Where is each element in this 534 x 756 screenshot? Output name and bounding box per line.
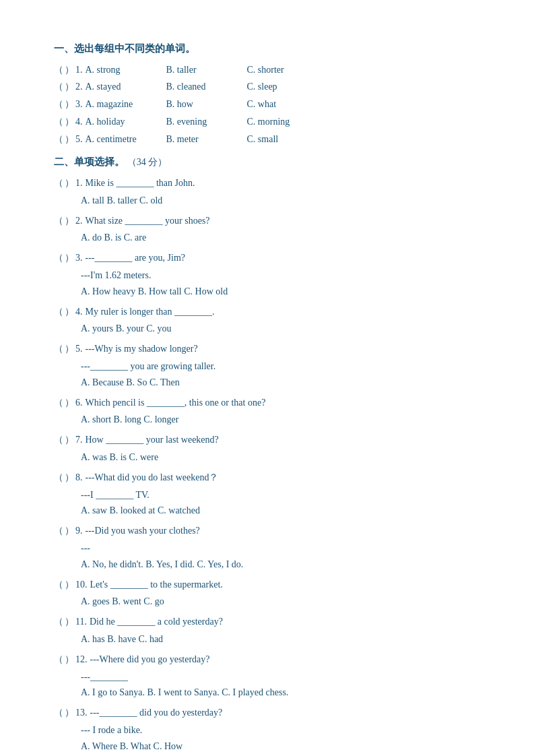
section1-q1: （ ） 1. A. strong B. taller C. shorter — [54, 62, 480, 78]
section2-q13: （ ） 13. ---________ did you do yesterday… — [54, 705, 480, 754]
section2-q5: （ ） 5. ---Why is my shadow longer? ---__… — [54, 341, 480, 390]
section2: 二、单项选择。 （34 分） （ ） 1. Mike is ________ t… — [54, 154, 480, 756]
section2-q10: （ ） 10. Let's ________ to the supermarke… — [54, 577, 480, 610]
section1: 一、选出每组中不同类的单词。 （ ） 1. A. strong B. talle… — [54, 40, 480, 147]
section2-q3: （ ） 3. ---________ are you, Jim? ---I'm … — [54, 250, 480, 299]
section2-q2: （ ） 2. What size ________ your shoes? A.… — [54, 213, 480, 247]
section1-q4: （ ） 4. A. holiday B. evening C. morning — [54, 114, 480, 130]
section1-q2: （ ） 2. A. stayed B. cleaned C. sleep — [54, 79, 480, 95]
section2-q6: （ ） 6. Which pencil is ________, this on… — [54, 395, 480, 429]
section2-q9: （ ） 9. ---Did you wash your clothes? ---… — [54, 523, 480, 572]
section1-q3: （ ） 3. A. magazine B. how C. what — [54, 96, 480, 113]
section2-q4: （ ） 4. My ruler is longer than ________.… — [54, 304, 480, 338]
section2-q12: （ ） 12. ---Where did you go yesterday? -… — [54, 652, 480, 701]
section2-q1: （ ） 1. Mike is ________ than John. A. ta… — [54, 175, 480, 209]
section2-q11: （ ） 11. Did he ________ a cold yesterday… — [54, 614, 480, 648]
section2-q7: （ ） 7. How ________ your last weekend? A… — [54, 432, 480, 466]
section1-q5: （ ） 5. A. centimetre B. meter C. small — [54, 131, 480, 148]
section2-title: 二、单项选择。 （34 分） — [54, 154, 480, 171]
section1-title: 一、选出每组中不同类的单词。 — [54, 40, 480, 58]
section2-q8: （ ） 8. ---What did you do last weekend？ … — [54, 470, 480, 519]
